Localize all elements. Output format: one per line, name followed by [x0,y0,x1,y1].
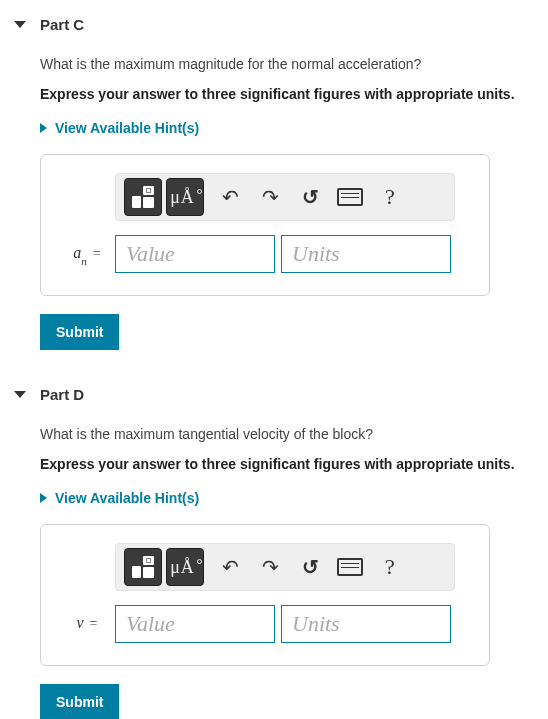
templates-button[interactable] [124,178,162,216]
part-c-submit-button[interactable]: Submit [40,314,119,350]
part-d-hints-toggle[interactable]: View Available Hint(s) [40,490,544,524]
templates-icon [132,186,154,208]
units-input[interactable]: Units [281,605,451,643]
symbols-icon: μÅ [170,187,200,208]
redo-icon: ↷ [262,187,279,207]
value-input[interactable]: Value [115,605,275,643]
part-c-question: What is the maximum magnitude for the no… [40,55,544,85]
reset-icon: ↺ [302,557,319,577]
part-d: Part D What is the maximum tangential ve… [0,370,548,719]
keyboard-icon [337,188,363,206]
symbols-button[interactable]: μÅ [166,178,204,216]
caret-right-icon [40,123,47,133]
redo-icon: ↷ [262,557,279,577]
units-input[interactable]: Units [281,235,451,273]
part-d-variable-label: v= [59,614,115,634]
part-d-input-row: v= Value Units [59,605,471,643]
part-d-body: What is the maximum tangential velocity … [0,415,548,719]
symbols-button[interactable]: μÅ [166,548,204,586]
redo-button[interactable]: ↷ [252,179,288,215]
part-c-header[interactable]: Part C [0,12,548,45]
answer-toolbar: μÅ ↶ ↷ ↺ ? [115,543,455,591]
part-c-body: What is the maximum magnitude for the no… [0,45,548,350]
answer-toolbar: μÅ ↶ ↷ ↺ ? [115,173,455,221]
caret-right-icon [40,493,47,503]
part-c-answer-panel: μÅ ↶ ↷ ↺ ? [40,154,490,296]
help-button[interactable]: ? [372,549,408,585]
part-d-answer-panel: μÅ ↶ ↷ ↺ ? [40,524,490,666]
part-c-hints-toggle[interactable]: View Available Hint(s) [40,120,544,154]
caret-down-icon [14,21,26,28]
symbols-icon: μÅ [170,557,200,578]
part-c-instruction: Express your answer to three significant… [40,85,544,121]
part-c-title: Part C [40,16,84,33]
help-icon: ? [385,186,395,208]
undo-icon: ↶ [222,557,239,577]
hints-label: View Available Hint(s) [55,490,199,506]
part-c-variable-label: an= [59,244,115,264]
part-d-header[interactable]: Part D [0,382,548,415]
keyboard-icon [337,558,363,576]
keyboard-button[interactable] [332,179,368,215]
reset-button[interactable]: ↺ [292,549,328,585]
undo-icon: ↶ [222,187,239,207]
redo-button[interactable]: ↷ [252,549,288,585]
part-d-question: What is the maximum tangential velocity … [40,425,544,455]
undo-button[interactable]: ↶ [212,179,248,215]
part-c-input-row: an= Value Units [59,235,471,273]
help-button[interactable]: ? [372,179,408,215]
part-d-instruction: Express your answer to three significant… [40,455,544,491]
help-icon: ? [385,556,395,578]
part-d-submit-button[interactable]: Submit [40,684,119,719]
hints-label: View Available Hint(s) [55,120,199,136]
keyboard-button[interactable] [332,549,368,585]
templates-button[interactable] [124,548,162,586]
part-c: Part C What is the maximum magnitude for… [0,0,548,370]
reset-icon: ↺ [302,187,319,207]
part-d-title: Part D [40,386,84,403]
reset-button[interactable]: ↺ [292,179,328,215]
undo-button[interactable]: ↶ [212,549,248,585]
templates-icon [132,556,154,578]
caret-down-icon [14,391,26,398]
value-input[interactable]: Value [115,235,275,273]
